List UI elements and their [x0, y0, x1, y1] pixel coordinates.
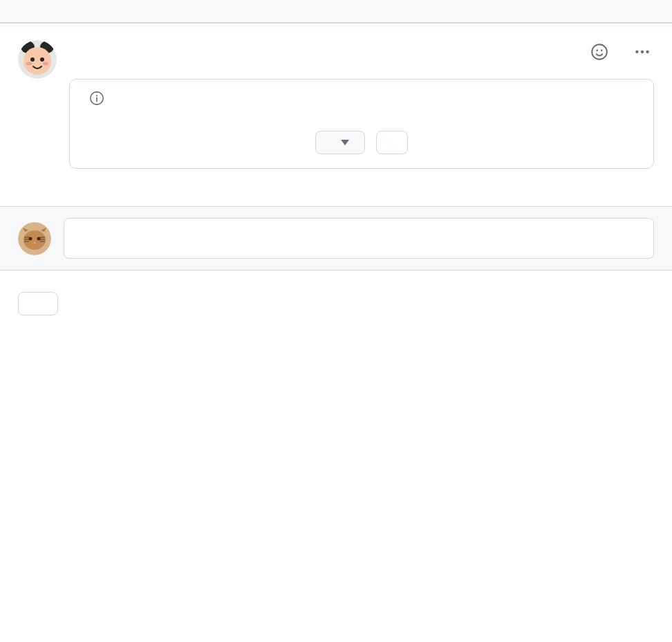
commit-suggestion-button[interactable] [315, 131, 365, 154]
add-to-batch-button[interactable] [376, 131, 408, 154]
svg-point-4 [30, 57, 35, 62]
svg-point-7 [43, 62, 48, 66]
chevron-down-icon [341, 140, 349, 145]
comment-header [69, 40, 654, 64]
info-icon[interactable] [89, 91, 104, 106]
svg-point-13 [646, 51, 648, 53]
svg-point-19 [37, 237, 41, 240]
kebab-menu-button[interactable] [631, 40, 654, 64]
review-comment [18, 40, 654, 187]
svg-point-6 [26, 62, 32, 66]
review-thread [0, 24, 672, 187]
suggested-change [69, 79, 654, 169]
svg-point-10 [601, 50, 603, 52]
svg-point-3 [24, 47, 51, 75]
svg-point-8 [592, 44, 607, 59]
svg-point-17 [24, 230, 46, 250]
kebab-icon [633, 43, 651, 61]
svg-point-9 [596, 50, 598, 52]
reply-row [0, 206, 672, 270]
file-path-header[interactable] [0, 0, 672, 23]
svg-point-15 [96, 95, 97, 96]
current-user-avatar[interactable] [18, 222, 51, 255]
add-reaction-button[interactable] [588, 40, 611, 64]
svg-point-11 [635, 51, 638, 53]
smiley-icon [590, 43, 608, 61]
avatar[interactable] [18, 40, 57, 79]
svg-point-18 [29, 237, 32, 240]
svg-point-12 [641, 51, 644, 53]
resolve-conversation-button[interactable] [18, 292, 58, 315]
reply-input[interactable] [64, 218, 654, 259]
svg-point-5 [40, 57, 44, 62]
